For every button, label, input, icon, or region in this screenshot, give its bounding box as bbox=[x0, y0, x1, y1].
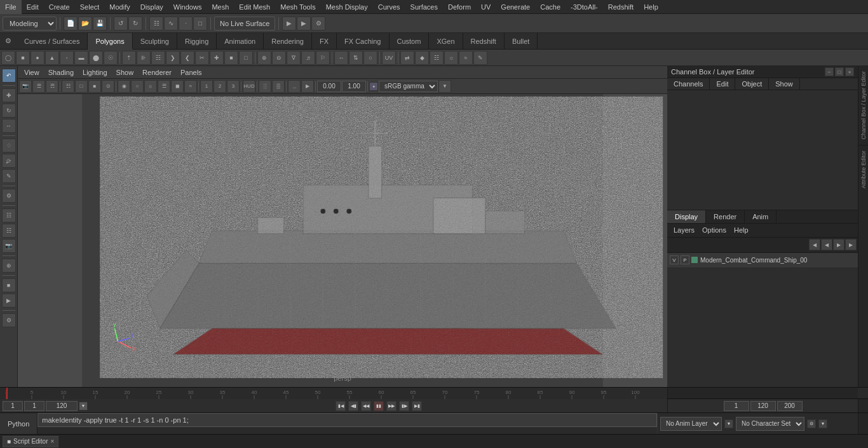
redo-button[interactable]: ↻ bbox=[128, 17, 142, 31]
viewport-view-menu[interactable]: View bbox=[20, 66, 43, 79]
channels-tab[interactable]: Channels bbox=[667, 78, 710, 90]
play-forward-button[interactable]: ▶▶ bbox=[386, 401, 397, 411]
camera-button[interactable]: 📷 bbox=[2, 239, 16, 253]
tab-settings-icon[interactable]: ⚙ bbox=[1, 34, 15, 48]
layer-add-btn[interactable]: ◀ bbox=[809, 239, 820, 250]
viewport-isolate-icon[interactable]: ⊙ bbox=[102, 80, 114, 93]
insert-edge-icon[interactable]: ✚ bbox=[210, 51, 224, 65]
new-file-button[interactable]: 📄 bbox=[64, 17, 78, 31]
extrude-icon[interactable]: ⇡ bbox=[122, 51, 136, 65]
channel-box-close-btn[interactable]: × bbox=[845, 67, 854, 76]
exposure-value-input[interactable] bbox=[342, 81, 366, 92]
separate-icon[interactable]: ⊖ bbox=[272, 51, 286, 65]
viewport-show-menu[interactable]: Show bbox=[112, 66, 138, 79]
step-back-button[interactable]: ◀▮ bbox=[348, 401, 358, 411]
camera-select-icon[interactable]: 📷 bbox=[19, 80, 32, 93]
tab-custom[interactable]: Custom bbox=[390, 33, 430, 50]
show-manip-button[interactable]: ⚙ bbox=[2, 189, 16, 203]
paint-button[interactable]: ✎ bbox=[2, 169, 16, 183]
tab-xgen[interactable]: XGen bbox=[429, 33, 463, 50]
tab-fx-caching[interactable]: FX Caching bbox=[337, 33, 389, 50]
display-tab[interactable]: Display bbox=[667, 210, 706, 223]
ao-icon[interactable]: ◼ bbox=[171, 80, 184, 93]
settings-button[interactable]: ⚙ bbox=[2, 313, 16, 327]
tab-animation[interactable]: Animation bbox=[217, 33, 264, 50]
menu-select[interactable]: Select bbox=[75, 0, 105, 14]
menu-mesh[interactable]: Mesh bbox=[207, 0, 234, 14]
merge-icon[interactable]: ❯ bbox=[166, 51, 180, 65]
playback-end-input[interactable] bbox=[750, 401, 776, 411]
split-icon[interactable]: ❮ bbox=[180, 51, 194, 65]
ipr-render-button[interactable]: ▶ bbox=[297, 17, 311, 31]
menu-mesh-tools[interactable]: Mesh Tools bbox=[275, 0, 320, 14]
ipr-button[interactable]: ▶ bbox=[2, 294, 16, 308]
save-file-button[interactable]: 💾 bbox=[93, 17, 107, 31]
go-to-start-button[interactable]: ▮◀ bbox=[336, 401, 346, 411]
layer-add-selected-btn[interactable]: ◀ bbox=[821, 239, 832, 250]
python-tab[interactable]: Python bbox=[0, 413, 37, 435]
open-file-button[interactable]: 📂 bbox=[78, 17, 92, 31]
menu-redshift[interactable]: Redshift bbox=[603, 0, 639, 14]
bkgd-icon[interactable]: ░ bbox=[259, 80, 271, 93]
lattice-icon[interactable]: ☷ bbox=[430, 51, 444, 65]
layer-remove-btn[interactable]: ▶ bbox=[833, 239, 844, 250]
snap-point-button[interactable]: ⋅ bbox=[179, 17, 193, 31]
mirror-icon[interactable]: ↔ bbox=[334, 51, 348, 65]
mini-window-item[interactable]: ■ Script Editor × bbox=[3, 436, 58, 447]
lighting-icon[interactable]: ☼ bbox=[144, 80, 157, 93]
snap-toggle-button[interactable]: ☷ bbox=[2, 208, 16, 222]
menu-surfaces[interactable]: Surfaces bbox=[405, 0, 443, 14]
layers-label[interactable]: Layers bbox=[671, 226, 697, 234]
display-quality-low[interactable]: 1 bbox=[200, 80, 213, 93]
append-poly-icon[interactable]: ■ bbox=[224, 51, 238, 65]
menu-windows[interactable]: Windows bbox=[168, 0, 207, 14]
frame-end-display[interactable] bbox=[46, 401, 78, 411]
bevel-icon[interactable]: ☷ bbox=[151, 51, 165, 65]
conform-icon[interactable]: ○ bbox=[363, 51, 377, 65]
stop-button[interactable]: ▮▮ bbox=[374, 401, 384, 411]
menu-help[interactable]: Help bbox=[639, 0, 663, 14]
snap-curve-button[interactable]: ∿ bbox=[164, 17, 178, 31]
menu-modify[interactable]: Modify bbox=[104, 0, 135, 14]
menu-create[interactable]: Create bbox=[44, 0, 75, 14]
cube-icon[interactable]: ■ bbox=[16, 51, 30, 65]
tab-sculpting[interactable]: Sculpting bbox=[133, 33, 177, 50]
viewport-shading-menu[interactable]: Shading bbox=[44, 66, 78, 79]
cone-icon[interactable]: ▲ bbox=[45, 51, 59, 65]
shadow-icon[interactable]: ☰ bbox=[158, 80, 170, 93]
cylinder-icon[interactable]: ● bbox=[31, 51, 44, 65]
tab-fx[interactable]: FX bbox=[312, 33, 337, 50]
render-settings-button[interactable]: ⚙ bbox=[311, 17, 325, 31]
transfer-icon[interactable]: ⇄ bbox=[400, 51, 414, 65]
lasso-button[interactable]: ⌮ bbox=[2, 154, 16, 168]
viewport-renderer-menu[interactable]: Renderer bbox=[139, 66, 175, 79]
range-end-arrow[interactable]: ▼ bbox=[79, 402, 88, 411]
smooth-icon[interactable]: ♬ bbox=[301, 51, 315, 65]
viewport-panels-menu[interactable]: Panels bbox=[177, 66, 206, 79]
soft-sel-button[interactable]: ♢ bbox=[2, 139, 16, 153]
film-gate-icon[interactable]: ☰ bbox=[32, 80, 45, 93]
uv-icon[interactable]: UV bbox=[382, 51, 396, 65]
channel-box-minimize-btn[interactable]: − bbox=[825, 67, 834, 76]
channel-box-tab-label[interactable]: Channel Box / Layer Editor bbox=[858, 66, 868, 145]
pipe-icon[interactable]: ☉ bbox=[104, 51, 118, 65]
render-region-button[interactable]: ■ bbox=[2, 278, 16, 292]
display-quality-med[interactable]: 2 bbox=[214, 80, 226, 93]
menu-uv[interactable]: UV bbox=[476, 0, 496, 14]
color-managed-icon[interactable]: ● bbox=[369, 82, 378, 91]
menu-deform[interactable]: Deform bbox=[443, 0, 476, 14]
xray-icon[interactable]: ◉ bbox=[118, 80, 130, 93]
layer-playback[interactable]: P bbox=[681, 255, 689, 264]
layer-delete-btn[interactable]: ▶ bbox=[845, 239, 857, 250]
color-space-options-icon[interactable]: ▼ bbox=[438, 80, 451, 93]
snap-surface-button[interactable]: □ bbox=[193, 17, 207, 31]
shading-icon[interactable]: ○ bbox=[131, 80, 144, 93]
tab-polygons[interactable]: Polygons bbox=[88, 33, 132, 50]
menu-cache[interactable]: Cache bbox=[535, 0, 566, 14]
motion-blur-icon[interactable]: ≈ bbox=[184, 80, 197, 93]
anim-layer-select[interactable]: No Anim Layer bbox=[660, 417, 722, 431]
snap-grid-button[interactable]: ☷ bbox=[149, 17, 163, 31]
menu-curves[interactable]: Curves bbox=[373, 0, 405, 14]
attribute-editor-tab-label[interactable]: Attribute Editor bbox=[858, 146, 868, 194]
undo-button[interactable]: ↺ bbox=[114, 17, 128, 31]
